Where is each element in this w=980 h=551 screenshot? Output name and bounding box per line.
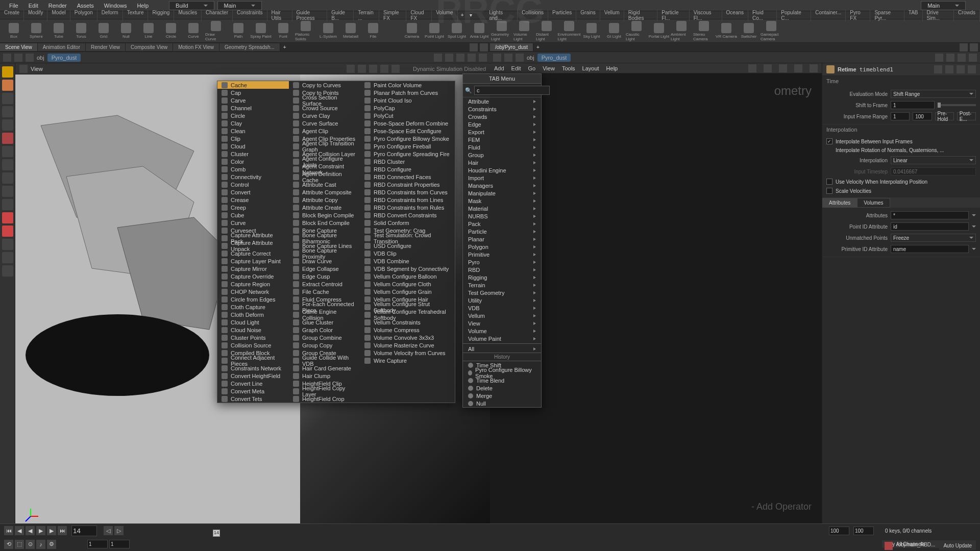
- shelf-tab[interactable]: Container...: [811, 9, 846, 21]
- tab-menu-item[interactable]: Planar Patch from Curves: [360, 89, 455, 96]
- tab-menu-item[interactable]: Capture Mirror: [217, 265, 289, 272]
- tab-menu-item[interactable]: Block Begin Compile: [289, 211, 360, 219]
- shelf-tool[interactable]: Volume Light: [513, 20, 535, 42]
- tab-menu-item[interactable]: VDB Clip: [360, 249, 455, 257]
- tab-menu-item[interactable]: RBD Constraints from Curves: [360, 188, 455, 196]
- shelf-tab[interactable]: Terrain ...: [354, 9, 379, 21]
- shelf-tab[interactable]: Particle Fl...: [657, 9, 690, 21]
- cat-history-item[interactable]: Pyro Configure Billowy Smoke: [463, 369, 541, 377]
- step-fwd-icon[interactable]: ▷: [114, 526, 124, 535]
- cat-item[interactable]: Attribute: [463, 97, 541, 105]
- tab-menu-item[interactable]: Cluster: [217, 150, 289, 158]
- cat-item[interactable]: Volume Paint: [463, 335, 541, 342]
- pane-opt-icon[interactable]: [970, 43, 978, 52]
- shelf-tool[interactable]: Tube: [48, 20, 69, 42]
- first-frame-icon[interactable]: ⏮: [4, 526, 13, 535]
- tab-menu-item[interactable]: Group Combine: [289, 334, 360, 341]
- shelf-tab[interactable]: Model: [47, 9, 70, 21]
- shelf-tool[interactable]: Box: [3, 20, 24, 42]
- tab-menu-item[interactable]: Pyro Configure Billowy Smoke: [360, 135, 455, 142]
- shelf-tool[interactable]: Line: [138, 20, 159, 42]
- eval-mode-dropdown[interactable]: Shift Range: [891, 90, 976, 98]
- tab-menu-item[interactable]: RBD Connected Faces: [360, 173, 455, 181]
- shelf-tab[interactable]: TAB: [904, 9, 923, 21]
- tab-menu-item[interactable]: Capture Region: [217, 280, 289, 288]
- tab-menu-item[interactable]: Attribute Create: [289, 204, 360, 211]
- shelf-tab[interactable]: Vellum: [600, 9, 624, 21]
- tab-menu-item[interactable]: Connectivity: [217, 173, 289, 181]
- frame-marker[interactable]: 14: [213, 530, 220, 537]
- play-back-icon[interactable]: ◀: [26, 526, 35, 535]
- shelf-tab[interactable]: Viscous Fl...: [690, 9, 722, 21]
- view-tool-icon[interactable]: [391, 65, 400, 73]
- cat-item[interactable]: Fluid: [463, 143, 541, 151]
- shelf-tab[interactable]: Constraints: [233, 9, 267, 21]
- shelf-tab[interactable]: Create: [0, 9, 24, 21]
- shelf-tool[interactable]: Geometry Light: [491, 20, 512, 42]
- tool-icon[interactable]: [2, 93, 13, 104]
- tab-menu-item[interactable]: Clean: [217, 127, 289, 135]
- shelf-tool[interactable]: Platonic Solids: [295, 20, 316, 42]
- shelf-tool[interactable]: Null: [115, 20, 137, 42]
- shelf-tool[interactable]: L-System: [317, 20, 339, 42]
- shelf-tab[interactable]: Volume: [432, 9, 457, 21]
- scale-vel-check[interactable]: [826, 188, 832, 194]
- tool-icon[interactable]: [2, 212, 13, 223]
- shelf-tab[interactable]: Sparse Pyr...: [870, 9, 904, 21]
- tab-menu-item[interactable]: RBD Constraint Properties: [360, 181, 455, 188]
- tab-menu-item[interactable]: Cross Section Surface: [289, 96, 360, 104]
- range-start[interactable]: [87, 540, 108, 548]
- tab-menu-item[interactable]: Curve Clay: [289, 112, 360, 119]
- shelf-tool[interactable]: Gamepad Camera: [761, 20, 782, 42]
- cat-history-item[interactable]: Null: [463, 399, 541, 407]
- path-node[interactable]: Pyro_dust: [537, 54, 571, 62]
- tab-menu-item[interactable]: Capture Layer Paint: [217, 257, 289, 265]
- next-frame-icon[interactable]: ▶: [47, 526, 56, 535]
- shelf-tab[interactable]: Crowds: [954, 9, 980, 21]
- cat-item[interactable]: Export: [463, 128, 541, 136]
- cat-item[interactable]: Constraints: [463, 105, 541, 113]
- tab-menu-item[interactable]: Agent Definition Cache: [289, 173, 360, 181]
- shelf-tool[interactable]: VR Camera: [716, 20, 737, 42]
- cat-item[interactable]: Group: [463, 151, 541, 159]
- pane-max-icon[interactable]: [470, 43, 478, 52]
- shelf-tab[interactable]: Lights and...: [485, 9, 518, 21]
- cat-item[interactable]: Test Geometry: [463, 289, 541, 296]
- cat-item[interactable]: Pyro: [463, 258, 541, 266]
- shelf-tool[interactable]: File: [362, 20, 384, 42]
- shelf-tab[interactable]: Grains: [576, 9, 600, 21]
- shelf-tab[interactable]: Oceans: [722, 9, 748, 21]
- shelf-tool[interactable]: Sky Light: [581, 20, 602, 42]
- shelf-tab[interactable]: Rigging: [148, 9, 174, 21]
- tab-volumes[interactable]: Volumes: [857, 198, 890, 208]
- tab-menu-item[interactable]: Clay: [217, 119, 289, 127]
- tab-menu-item[interactable]: Cube: [217, 211, 289, 219]
- tab-menu-item[interactable]: Convert HeightField: [217, 372, 289, 380]
- shelf-tool[interactable]: Curve: [183, 20, 204, 42]
- range-start2[interactable]: [109, 540, 130, 548]
- tab-menu-item[interactable]: Cap: [217, 89, 289, 96]
- tab-menu-item[interactable]: RBD Convert Constraints: [360, 211, 455, 219]
- home-icon[interactable]: [516, 54, 524, 62]
- tab-menu-item[interactable]: Attribute Cast: [289, 181, 360, 188]
- tool-icon[interactable]: [2, 239, 13, 250]
- cat-item[interactable]: Mask: [463, 197, 541, 205]
- pane-add-right[interactable]: +: [533, 43, 543, 51]
- param-node-name[interactable]: timeblend1: [860, 66, 893, 73]
- shelf-tab[interactable]: Rigid Bodies: [624, 9, 657, 21]
- tab-menu-item[interactable]: Copy to Curves: [289, 81, 360, 89]
- range-end[interactable]: [829, 527, 849, 535]
- tab-menu-item[interactable]: RBD Constraints from Lines: [360, 196, 455, 204]
- cat-item[interactable]: Volume: [463, 327, 541, 335]
- net-icon[interactable]: [810, 64, 818, 72]
- shelf-tool[interactable]: Metaball: [340, 20, 361, 42]
- tab-menu-item[interactable]: Test Simulation: Crowd Transition: [360, 234, 455, 242]
- path-icon[interactable]: [445, 54, 453, 62]
- attrs-input[interactable]: [891, 211, 969, 219]
- view-tool-icon[interactable]: [358, 65, 366, 73]
- shelf-tool[interactable]: Portal Light: [648, 20, 670, 42]
- path-icon[interactable]: [946, 54, 954, 62]
- unmatch-dropdown[interactable]: Freeze: [891, 234, 976, 242]
- range-end2[interactable]: [853, 527, 874, 535]
- shelf-tab[interactable]: Collisions: [518, 9, 548, 21]
